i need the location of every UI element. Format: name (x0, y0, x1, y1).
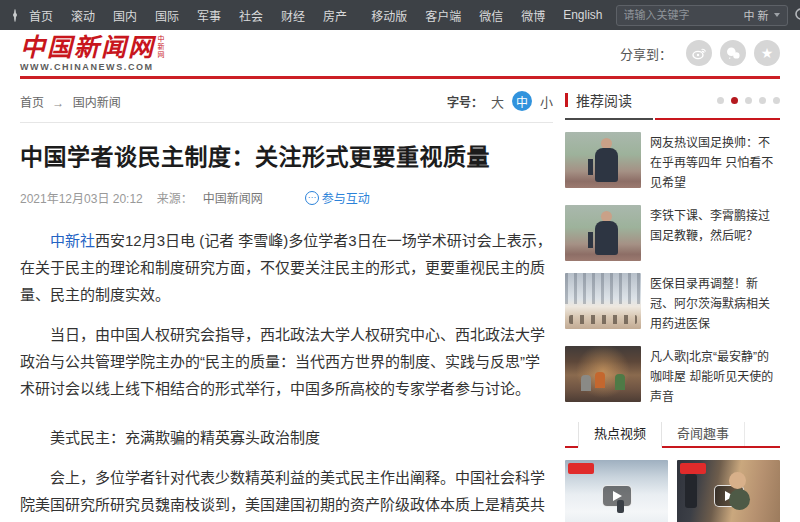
search-input[interactable] (624, 9, 744, 21)
chevron-down-icon (774, 13, 780, 17)
breadcrumb: 首页 → 国内新闻 (20, 93, 121, 110)
tab-hot-videos[interactable]: 热点视频 (578, 422, 662, 448)
weibo-icon (691, 45, 707, 61)
play-icon (714, 485, 744, 507)
wechat-icon (725, 45, 741, 61)
share-qzone-button[interactable]: ★ (754, 40, 780, 66)
breadcrumb-arrow: → (52, 96, 64, 110)
egg-carving-video-thumbnail (677, 460, 780, 522)
coach-photo-thumbnail (565, 132, 641, 188)
carousel-dot-3[interactable] (745, 97, 752, 104)
recommend-underline (565, 118, 780, 120)
logo-side-text: 中新网 (157, 35, 164, 59)
nav-society[interactable]: 社会 (230, 7, 272, 24)
font-size-large-button[interactable]: 大 (491, 92, 504, 111)
font-size-medium-button[interactable]: 中 (512, 91, 532, 111)
breadcrumb-row: 首页 → 国内新闻 字号： 大 中 小 (20, 91, 553, 123)
nav-english[interactable]: English (554, 8, 611, 22)
play-icon (602, 485, 632, 507)
video-list: 4岁萌娃梦想成为滑雪运动员 大学生回乡养鸵鸟学蛋雕 (565, 460, 780, 522)
sidebar-tabs: 热点视频 奇闻趣事 (565, 422, 780, 448)
carousel-dots (717, 97, 780, 104)
publish-date: 2021年12月03日 20:12 (20, 189, 143, 206)
underline-red-segment (655, 118, 780, 120)
nav-home[interactable]: 首页 (20, 7, 62, 24)
article-paragraph-2: 当日，由中国人权研究会指导，西北政法大学人权研究中心、西北政法大学政治与公共管理… (20, 321, 553, 402)
list-item-title: 医保目录再调整！新冠、阿尔茨海默病相关用药进医保 (650, 273, 780, 334)
logo-text: 中国新闻网 (20, 35, 155, 60)
article-meta: 2021年12月03日 20:12 来源： 中国新闻网 参与互动 (20, 189, 553, 206)
list-item[interactable]: 医保目录再调整！新冠、阿尔茨海默病相关用药进医保 (565, 273, 780, 334)
font-size-control: 字号： 大 中 小 (447, 91, 553, 111)
interact-link[interactable]: 参与互动 (305, 189, 370, 206)
nav-mobile-version[interactable]: 移动版 (362, 7, 416, 24)
top-nav-bar: 首页 滚动 国内 国际 军事 社会 财经 房产 移动版 客户端 微信 微博 En… (0, 0, 800, 30)
site-logo[interactable]: 中国新闻网 中新网 WWW.CHINANEWS.COM (20, 35, 164, 72)
underline-dark-segment (565, 118, 653, 120)
font-size-small-button[interactable]: 小 (540, 92, 553, 111)
share-wechat-button[interactable] (720, 40, 746, 66)
carousel-dot-5[interactable] (773, 97, 780, 104)
nav-military[interactable]: 军事 (188, 7, 230, 24)
breadcrumb-home-link[interactable]: 首页 (20, 96, 44, 110)
nav-wechat[interactable]: 微信 (470, 7, 512, 24)
interact-label: 参与互动 (322, 189, 370, 206)
article-paragraph-1: 中新社西安12月3日电 (记者 李雪峰)多位学者3日在一场学术研讨会上表示，在关… (20, 227, 553, 308)
recommend-header: 推荐阅读 (565, 91, 780, 109)
share-weibo-button[interactable] (686, 40, 712, 66)
search-scope-select[interactable]: 中 新 (743, 7, 779, 23)
recommend-title: 推荐阅读 (576, 90, 632, 110)
list-item-title: 李铁下课、李霄鹏接过国足教鞭，然后呢？ (650, 205, 780, 261)
recommend-red-bar (565, 93, 568, 107)
list-item[interactable]: 凡人歌|北京“最安静”的咖啡屋 却能听见天使的声音 (565, 346, 780, 407)
tab-odd-news[interactable]: 奇闻趣事 (662, 422, 745, 446)
site-header: 中国新闻网 中新网 WWW.CHINANEWS.COM 分享到： (0, 30, 800, 76)
site-mark-icon[interactable] (14, 9, 16, 22)
source-label: 来源： (157, 189, 193, 206)
search-box: 中 新 (616, 5, 788, 26)
video-card[interactable]: 大学生回乡养鸵鸟学蛋雕 (677, 460, 780, 522)
coach-photo-thumbnail (565, 205, 641, 261)
nav-property[interactable]: 房产 (314, 7, 356, 24)
nav-finance[interactable]: 财经 (272, 7, 314, 24)
list-item-title: 凡人歌|北京“最安静”的咖啡屋 却能听见天使的声音 (650, 346, 780, 407)
carousel-dot-2[interactable] (731, 97, 738, 104)
cns-agency-link[interactable]: 中新社 (50, 232, 95, 249)
share-bar: 分享到： ★ (620, 40, 780, 66)
search-icon[interactable] (794, 7, 800, 24)
page-title: 中国学者谈民主制度：关注形式更要重视质量 (20, 138, 553, 172)
comment-bubble-icon (305, 191, 319, 205)
cns-video-badge-icon (568, 463, 594, 474)
nav-app-client[interactable]: 客户端 (416, 7, 470, 24)
font-size-label: 字号： (447, 93, 483, 110)
sidebar: 推荐阅读 网友热议国足换帅：不在乎再等四年 只怕看不见希望 李铁 (565, 91, 780, 522)
share-label: 分享到： (620, 44, 672, 63)
article-paragraph-3: 会上，多位学者针对代表少数精英利益的美式民主作出阐释。中国社会科学院美国研究所研… (20, 464, 553, 522)
cns-video-badge-icon (680, 463, 706, 474)
page: 首页 滚动 国内 国际 军事 社会 财经 房产 移动版 客户端 微信 微博 En… (0, 0, 800, 522)
source-link[interactable]: 中国新闻网 (203, 189, 263, 206)
nav-international[interactable]: 国际 (146, 7, 188, 24)
carousel-dot-1[interactable] (717, 97, 724, 104)
paragraph-1-text: 西安12月3日电 (记者 李雪峰)多位学者3日在一场学术研讨会上表示，在关于民主… (20, 232, 552, 303)
logo-url: WWW.CHINANEWS.COM (20, 62, 164, 72)
video-card[interactable]: 4岁萌娃梦想成为滑雪运动员 (565, 460, 668, 522)
article-column: 首页 → 国内新闻 字号： 大 中 小 中国学者谈民主制度：关注形式更要重视质量… (20, 91, 553, 522)
content-area: 首页 → 国内新闻 字号： 大 中 小 中国学者谈民主制度：关注形式更要重视质量… (0, 79, 800, 522)
article-subhead: 美式民主：充满欺骗的精英寡头政治制度 (20, 424, 553, 451)
qzone-star-icon: ★ (761, 46, 774, 60)
list-item-title: 网友热议国足换帅：不在乎再等四年 只怕看不见希望 (650, 132, 780, 193)
nav-weibo[interactable]: 微博 (512, 7, 554, 24)
breadcrumb-section-link[interactable]: 国内新闻 (73, 96, 121, 110)
list-item[interactable]: 李铁下课、李霄鹏接过国足教鞭，然后呢？ (565, 205, 780, 261)
nav-domestic[interactable]: 国内 (104, 7, 146, 24)
list-item[interactable]: 网友热议国足换帅：不在乎再等四年 只怕看不见希望 (565, 132, 780, 193)
nav-rolling[interactable]: 滚动 (62, 7, 104, 24)
search-scope-label: 中 新 (743, 7, 768, 23)
cafe-photo-thumbnail (565, 346, 641, 402)
hospital-photo-thumbnail (565, 273, 641, 329)
carousel-dot-4[interactable] (759, 97, 766, 104)
ski-video-thumbnail (565, 460, 668, 522)
